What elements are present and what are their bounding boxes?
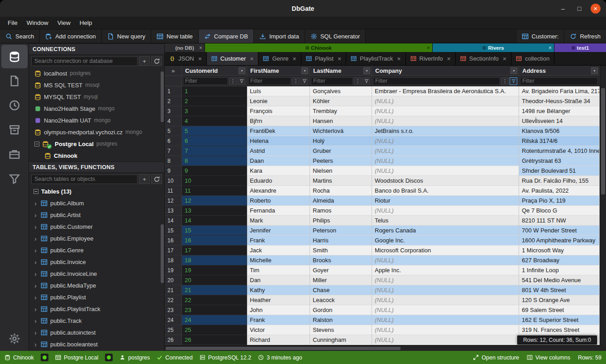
toolbar-import-data-button[interactable]: Import data (254, 29, 305, 43)
cell-customerid[interactable]: 26 (182, 335, 247, 345)
cell-customerid[interactable]: 20 (182, 275, 247, 285)
cell-firstname[interactable]: Bjřrn (247, 116, 310, 126)
cell-address[interactable]: 69 Salem Street (519, 305, 600, 315)
filter-funnel-icon[interactable] (301, 77, 308, 85)
cell-firstname[interactable]: Victor (247, 325, 310, 335)
cell-lastname[interactable]: Stevens (310, 325, 372, 335)
row-number[interactable]: 26 (165, 335, 182, 345)
cell-lastname[interactable]: Gordon (310, 305, 372, 315)
filter-menu-icon[interactable]: ⋮ (354, 77, 362, 85)
chevron-down-icon[interactable]: ▼ (363, 67, 370, 74)
filter-funnel-icon[interactable] (510, 77, 517, 85)
row-number[interactable]: 22 (165, 295, 182, 305)
cell-company[interactable]: (NULL) (372, 255, 519, 265)
close-icon[interactable]: × (503, 55, 506, 62)
cell-firstname[interactable]: Astrid (247, 146, 310, 156)
dbgroup-tab-no-db[interactable]: (no DB)× (165, 43, 205, 52)
cell-firstname[interactable]: Frank (247, 315, 310, 325)
cell-customerid[interactable]: 21 (182, 285, 247, 295)
table-public-booleantest[interactable]: ›public.booleantest (29, 338, 164, 350)
activity-database-icon[interactable] (1, 45, 28, 68)
filter-input-firstname[interactable] (248, 77, 291, 85)
cell-lastname[interactable]: Peterson (310, 226, 372, 236)
cell-firstname[interactable]: François (247, 106, 310, 116)
cell-customerid[interactable]: 6 (182, 136, 247, 146)
filter-menu-icon[interactable]: ⋮ (501, 77, 509, 85)
row-number[interactable]: 7 (165, 146, 182, 156)
cell-customerid[interactable]: 25 (182, 325, 247, 335)
column-header-company[interactable]: Company▼ (372, 66, 519, 76)
toolbar-customer-button[interactable]: Customer: (516, 29, 564, 43)
cell-lastname[interactable]: Holý (310, 136, 372, 146)
row-number[interactable]: 16 (165, 236, 182, 246)
table-public-genre[interactable]: ›public.Genre (29, 244, 164, 256)
row-number[interactable]: 12 (165, 196, 182, 206)
cell-customerid[interactable]: 9 (182, 166, 247, 176)
cell-company[interactable]: Riotur (372, 196, 519, 206)
cell-firstname[interactable]: Leonie (247, 96, 310, 106)
cell-firstname[interactable]: Jack (247, 246, 310, 255)
menu-window[interactable]: Window (23, 18, 52, 28)
cell-firstname[interactable]: Roberto (247, 196, 310, 206)
connection-nano2health-stage[interactable]: Nano2Health Stagemongo (29, 103, 164, 114)
cell-firstname[interactable]: Kathy (247, 285, 310, 295)
cell-lastname[interactable]: Wichterlová (310, 126, 372, 136)
cell-firstname[interactable]: FrantiĐek (247, 126, 310, 136)
cell-address[interactable]: Ullevĺlsveien 14 (519, 116, 600, 126)
cell-firstname[interactable]: Michelle (247, 255, 310, 265)
panel-scrollbar[interactable] (161, 224, 164, 283)
cell-company[interactable]: (NULL) (372, 116, 519, 126)
tab-sectioninfo[interactable]: SectionInfo× (456, 52, 511, 65)
cell-company[interactable]: (NULL) (372, 275, 519, 285)
cell-company[interactable]: (NULL) (372, 325, 519, 335)
cell-lastname[interactable]: Ralston (310, 315, 372, 325)
cell-company[interactable]: (NULL) (372, 305, 519, 315)
scrollbar-thumb[interactable] (601, 88, 605, 194)
grid-horizontal-scrollbar[interactable] (165, 345, 600, 351)
cell-address[interactable]: Qe 7 Bloco G (519, 206, 600, 216)
close-icon[interactable]: × (447, 55, 451, 62)
cell-address[interactable]: 1600 Amphitheatre Parkway (519, 236, 600, 246)
table-public-track[interactable]: ›public.Track (29, 315, 164, 326)
panel-scrollbar[interactable] (161, 71, 164, 122)
collapse-icon[interactable]: − (34, 142, 39, 147)
cell-company[interactable]: (NULL) (372, 106, 519, 116)
chevron-right-icon[interactable]: › (34, 259, 38, 265)
row-number[interactable]: 11 (165, 186, 182, 196)
cell-address[interactable]: 8210 111 ST NW (519, 216, 600, 226)
cell-firstname[interactable]: Frank (247, 236, 310, 246)
connection-ms-sql-test[interactable]: MS SQL TESTmssql (29, 79, 164, 91)
chevron-right-icon[interactable]: › (34, 223, 38, 230)
tables-plus-button[interactable]: + (139, 174, 150, 184)
column-header-customerid[interactable]: CustomerId▼ (182, 66, 247, 76)
filter-menu-icon[interactable]: ⋮ (229, 77, 237, 85)
close-icon[interactable]: × (198, 55, 202, 62)
cell-company[interactable]: (NULL) (372, 285, 519, 295)
cell-firstname[interactable]: Daan (247, 156, 310, 166)
dbgroup-tab-rivers[interactable]: Rivers× (433, 43, 554, 52)
table-public-playlisttrack[interactable]: ›public.PlaylistTrack (29, 303, 164, 315)
connection-postgre-local[interactable]: −Postgre Localpostgres (29, 138, 164, 150)
cell-customerid[interactable]: 4 (182, 116, 247, 126)
connection-chinook[interactable]: Chinook (29, 150, 164, 161)
cell-company[interactable]: (NULL) (372, 146, 519, 156)
toolbar-compare-db-button[interactable]: Compare DB (199, 29, 254, 43)
tab-riverinfo[interactable]: RiverInfo× (406, 52, 456, 65)
chevron-right-icon[interactable]: › (34, 200, 38, 207)
tables-group-toggle[interactable]: −Tables (13) (29, 185, 164, 197)
dbgroup-tab-chinook[interactable]: Chinook× (205, 43, 432, 52)
cell-lastname[interactable]: Goyer (310, 265, 372, 275)
cell-address[interactable]: 1 Microsoft Way (519, 246, 600, 255)
row-number[interactable]: 25 (165, 325, 182, 335)
cell-customerid[interactable]: 2 (182, 96, 247, 106)
maximize-button[interactable]: □ (574, 4, 584, 14)
table-public-customer[interactable]: ›public.Customer (29, 221, 164, 232)
cell-customerid[interactable]: 22 (182, 295, 247, 305)
table-public-mediatype[interactable]: ›public.MediaType (29, 279, 164, 291)
cell-lastname[interactable]: Rocha (310, 186, 372, 196)
cell-firstname[interactable]: Alexandre (247, 186, 310, 196)
row-number[interactable]: 1 (165, 86, 182, 96)
cell-company[interactable]: Banco do Brasil S.A. (372, 186, 519, 196)
toolbar-new-query-button[interactable]: New query (102, 29, 151, 43)
cell-customerid[interactable]: 15 (182, 226, 247, 236)
